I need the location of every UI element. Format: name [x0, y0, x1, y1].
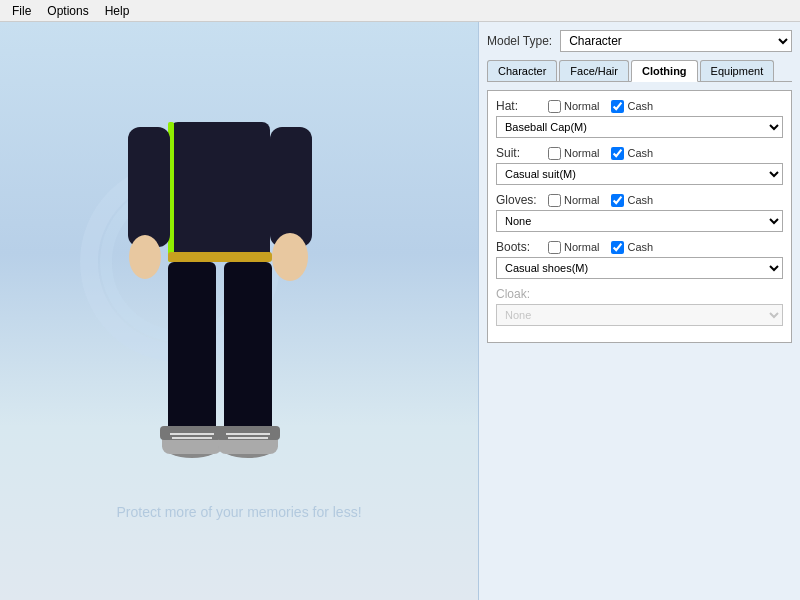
suit-cash-checkbox[interactable] — [611, 147, 624, 160]
suit-normal-label[interactable]: Normal — [548, 147, 599, 160]
hat-normal-label[interactable]: Normal — [548, 100, 599, 113]
menu-file[interactable]: File — [4, 2, 39, 20]
cloak-label-row: Cloak: — [496, 287, 783, 301]
boots-label: Boots: — [496, 240, 548, 254]
boots-label-row: Boots: Normal Cash — [496, 240, 783, 254]
suit-normal-checkbox[interactable] — [548, 147, 561, 160]
hat-cash-label[interactable]: Cash — [611, 100, 653, 113]
suit-row: Suit: Normal Cash Casual suit(M) — [496, 146, 783, 185]
boots-normal-checkbox[interactable] — [548, 241, 561, 254]
boots-row: Boots: Normal Cash Casual shoes(M) — [496, 240, 783, 279]
suit-label-row: Suit: Normal Cash — [496, 146, 783, 160]
hat-normal-text: Normal — [564, 100, 599, 112]
cloak-select[interactable]: None — [496, 304, 783, 326]
hat-select[interactable]: Baseball Cap(M) — [496, 116, 783, 138]
svg-rect-0 — [170, 122, 270, 262]
suit-normal-text: Normal — [564, 147, 599, 159]
gloves-checkboxes: Normal Cash — [548, 194, 661, 207]
model-type-row: Model Type: Character Monster NPC — [487, 30, 792, 52]
boots-cash-text: Cash — [627, 241, 653, 253]
suit-checkboxes: Normal Cash — [548, 147, 661, 160]
hat-normal-checkbox[interactable] — [548, 100, 561, 113]
gloves-select[interactable]: None — [496, 210, 783, 232]
tab-clothing[interactable]: Clothing — [631, 60, 698, 82]
hat-cash-checkbox[interactable] — [611, 100, 624, 113]
model-type-select[interactable]: Character Monster NPC — [560, 30, 792, 52]
menu-options[interactable]: Options — [39, 2, 96, 20]
svg-rect-3 — [128, 127, 170, 247]
boots-cash-checkbox[interactable] — [611, 241, 624, 254]
hat-checkboxes: Normal Cash — [548, 100, 661, 113]
hat-cash-text: Cash — [627, 100, 653, 112]
gloves-normal-label[interactable]: Normal — [548, 194, 599, 207]
right-panel: Model Type: Character Monster NPC Charac… — [478, 22, 800, 600]
boots-select[interactable]: Casual shoes(M) — [496, 257, 783, 279]
gloves-normal-text: Normal — [564, 194, 599, 206]
boots-normal-label[interactable]: Normal — [548, 241, 599, 254]
gloves-label: Gloves: — [496, 193, 548, 207]
tabs: Character Face/Hair Clothing Equipment — [487, 60, 792, 82]
svg-point-6 — [272, 233, 308, 281]
clothing-tab-content: Hat: Normal Cash Baseball Cap(M) — [487, 90, 792, 343]
character-figure — [60, 22, 380, 542]
gloves-cash-checkbox[interactable] — [611, 194, 624, 207]
character-viewport: Protect more of your memories for less! — [0, 22, 478, 600]
main-area: Protect more of your memories for less! … — [0, 22, 800, 600]
tab-equipment[interactable]: Equipment — [700, 60, 775, 81]
menubar: File Options Help — [0, 0, 800, 22]
svg-rect-7 — [168, 262, 216, 442]
hat-label-row: Hat: Normal Cash — [496, 99, 783, 113]
gloves-cash-text: Cash — [627, 194, 653, 206]
boots-normal-text: Normal — [564, 241, 599, 253]
boots-cash-label[interactable]: Cash — [611, 241, 653, 254]
svg-rect-8 — [224, 262, 272, 442]
cloak-label: Cloak: — [496, 287, 548, 301]
model-type-label: Model Type: — [487, 34, 552, 48]
suit-cash-label[interactable]: Cash — [611, 147, 653, 160]
svg-rect-2 — [168, 252, 272, 262]
suit-cash-text: Cash — [627, 147, 653, 159]
boots-checkboxes: Normal Cash — [548, 241, 661, 254]
svg-rect-4 — [270, 127, 312, 247]
hat-label: Hat: — [496, 99, 548, 113]
cloak-row: Cloak: None — [496, 287, 783, 326]
suit-select[interactable]: Casual suit(M) — [496, 163, 783, 185]
suit-label: Suit: — [496, 146, 548, 160]
gloves-normal-checkbox[interactable] — [548, 194, 561, 207]
gloves-cash-label[interactable]: Cash — [611, 194, 653, 207]
gloves-row: Gloves: Normal Cash None — [496, 193, 783, 232]
hat-row: Hat: Normal Cash Baseball Cap(M) — [496, 99, 783, 138]
tab-character[interactable]: Character — [487, 60, 557, 81]
gloves-label-row: Gloves: Normal Cash — [496, 193, 783, 207]
menu-help[interactable]: Help — [97, 2, 138, 20]
tab-facehair[interactable]: Face/Hair — [559, 60, 629, 81]
svg-point-5 — [129, 235, 161, 279]
